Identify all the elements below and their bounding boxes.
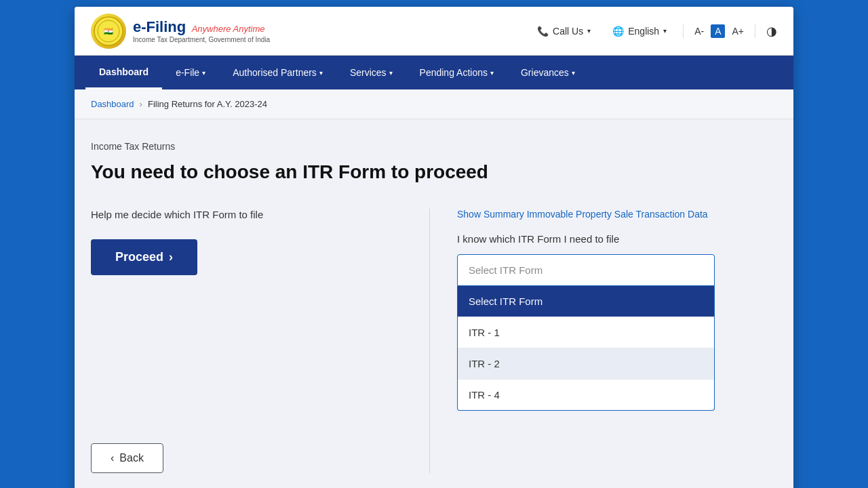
efile-chevron-icon: ▾ xyxy=(202,69,205,77)
page-title: You need to choose an ITR Form to procee… xyxy=(91,160,777,184)
nav-item-grievances[interactable]: Grievances ▾ xyxy=(507,56,589,89)
breadcrumb-home-link[interactable]: Dashboard xyxy=(91,99,134,109)
section-label: Income Tax Returns xyxy=(91,141,777,152)
nav-item-efile[interactable]: e-File ▾ xyxy=(162,56,219,89)
breadcrumb: Dashboard › Filing Returns for A.Y. 2023… xyxy=(75,89,793,119)
nav-item-authorised-partners[interactable]: Authorised Partners ▾ xyxy=(219,56,336,89)
content-split: Help me decide which ITR Form to file Pr… xyxy=(91,209,777,473)
globe-icon: 🌐 xyxy=(612,26,624,37)
help-text: Help me decide which ITR Form to file xyxy=(91,209,402,220)
call-chevron-icon: ▾ xyxy=(587,27,591,35)
logo-text: e-Filing Anywhere Anytime Income Tax Dep… xyxy=(133,18,270,43)
breadcrumb-separator: › xyxy=(140,99,142,109)
header: 🇮🇳 e-Filing Anywhere Anytime Income Tax … xyxy=(75,7,793,56)
govt-emblem: 🇮🇳 xyxy=(91,14,126,49)
nav-item-services[interactable]: Services ▾ xyxy=(336,56,406,89)
grievances-chevron-icon: ▾ xyxy=(572,69,575,77)
dropdown-option-itr1[interactable]: ITR - 1 xyxy=(458,317,714,348)
font-normal-button[interactable]: A xyxy=(711,24,725,38)
back-button[interactable]: ‹ Back xyxy=(91,443,163,473)
font-decrease-button[interactable]: A- xyxy=(692,24,707,38)
language-button[interactable]: 🌐 English ▾ xyxy=(607,23,672,39)
contrast-button[interactable]: ◑ xyxy=(766,24,777,39)
proceed-button[interactable]: Proceed › xyxy=(91,239,197,275)
main-window: 🇮🇳 e-Filing Anywhere Anytime Income Tax … xyxy=(75,7,793,488)
main-content: Income Tax Returns You need to choose an… xyxy=(75,119,793,488)
main-nav: Dashboard e-File ▾ Authorised Partners ▾… xyxy=(75,56,793,89)
call-us-button[interactable]: 📞 Call Us ▾ xyxy=(532,23,596,39)
dropdown-option-itr2[interactable]: ITR - 2 xyxy=(458,348,714,380)
dropdown-option-itr4[interactable]: ITR - 4 xyxy=(458,380,714,410)
pending-chevron-icon: ▾ xyxy=(490,69,494,77)
svg-text:🇮🇳: 🇮🇳 xyxy=(104,26,113,36)
phone-icon: 📞 xyxy=(537,26,549,37)
know-text: I know which ITR Form I need to file xyxy=(457,233,777,245)
services-chevron-icon: ▾ xyxy=(389,69,393,77)
logo-area: 🇮🇳 e-Filing Anywhere Anytime Income Tax … xyxy=(91,14,270,49)
summary-link[interactable]: Show Summary Immovable Property Sale Tra… xyxy=(457,209,777,220)
dropdown-option-select[interactable]: Select ITR Form xyxy=(458,286,714,317)
proceed-arrow-icon: › xyxy=(169,250,173,264)
left-pane: Help me decide which ITR Form to file Pr… xyxy=(91,209,430,473)
partners-chevron-icon: ▾ xyxy=(319,69,323,77)
right-pane: Show Summary Immovable Property Sale Tra… xyxy=(430,209,777,286)
lang-chevron-icon: ▾ xyxy=(663,27,667,35)
itr-form-dropdown[interactable]: Select ITR Form Select ITR Form ITR - 1 … xyxy=(457,254,715,286)
font-controls: A- A A+ xyxy=(683,24,755,38)
nav-item-pending-actions[interactable]: Pending Actions ▾ xyxy=(406,56,507,89)
back-arrow-icon: ‹ xyxy=(111,452,114,464)
dept-subtitle: Income Tax Department, Government of Ind… xyxy=(133,36,270,43)
efiling-brand: e-Filing Anywhere Anytime xyxy=(133,18,270,36)
dropdown-selected-value[interactable]: Select ITR Form xyxy=(457,254,715,286)
dropdown-list: Select ITR Form ITR - 1 ITR - 2 ITR - 4 xyxy=(457,286,715,411)
nav-item-dashboard[interactable]: Dashboard xyxy=(85,56,162,89)
header-right: 📞 Call Us ▾ 🌐 English ▾ A- A A+ ◑ xyxy=(532,23,777,39)
font-increase-button[interactable]: A+ xyxy=(729,24,747,38)
breadcrumb-current: Filing Returns for A.Y. 2023-24 xyxy=(148,99,267,109)
